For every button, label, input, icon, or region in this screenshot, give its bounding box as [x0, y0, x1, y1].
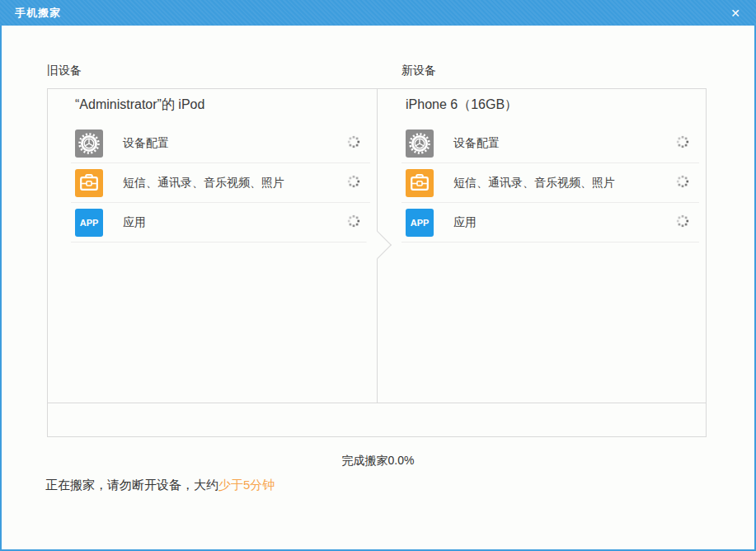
- row-label: 短信、通讯录、音乐视频、照片: [123, 176, 284, 191]
- status-prefix: 正在搬家，请勿断开设备，大约: [45, 478, 218, 492]
- briefcase-icon: [75, 169, 103, 197]
- loading-spinner-icon: [676, 135, 689, 152]
- transfer-row-apps: APP 应用: [401, 203, 699, 243]
- close-icon[interactable]: ✕: [725, 0, 746, 26]
- row-label: 短信、通讯录、音乐视频、照片: [453, 176, 615, 191]
- transfer-row-apps: APP 应用: [71, 203, 370, 243]
- status-time-remaining: 少于5分钟: [218, 478, 275, 492]
- transfer-row-device-config: 设备配置: [401, 124, 699, 163]
- transfer-row-media: 短信、通讯录、音乐视频、照片: [71, 163, 370, 203]
- new-device-rows: 设备配置: [378, 124, 706, 243]
- transfer-row-device-config: 设备配置: [71, 124, 370, 163]
- row-label: 设备配置: [123, 136, 169, 151]
- app-icon: APP: [406, 209, 434, 237]
- old-device-name: “Administrator”的 iPod: [75, 97, 204, 114]
- app-icon: APP: [75, 209, 103, 237]
- bottom-strip-divider: [48, 403, 706, 403]
- loading-spinner-icon: [676, 175, 689, 191]
- loading-spinner-icon: [347, 175, 360, 191]
- row-label: 应用: [453, 215, 477, 230]
- transfer-row-media: 短信、通讯录、音乐视频、照片: [401, 163, 699, 203]
- new-device-label: 新设备: [401, 64, 436, 78]
- gear-icon: [406, 130, 434, 158]
- old-device-rows: 设备配置: [48, 124, 377, 243]
- main-content: 旧设备 新设备 “Administrator”的 iPod: [2, 26, 754, 549]
- status-text: 正在搬家，请勿断开设备，大约少于5分钟: [45, 478, 275, 493]
- titlebar[interactable]: 手机搬家 ✕: [0, 0, 756, 26]
- phone-mover-window: 手机搬家 ✕ 旧设备 新设备 “Administrator”的 iPod: [0, 0, 756, 551]
- loading-spinner-icon: [676, 214, 689, 231]
- row-label: 应用: [123, 215, 146, 230]
- old-device-panel: “Administrator”的 iPod 设备配置: [48, 89, 378, 403]
- new-device-panel: iPhone 6（16GB） 设备配置: [378, 89, 706, 403]
- gear-icon: [75, 130, 103, 158]
- progress-percent-text: 完成搬家0.0%: [2, 454, 754, 469]
- old-device-label: 旧设备: [47, 64, 82, 78]
- row-label: 设备配置: [453, 136, 500, 151]
- window-title: 手机搬家: [0, 6, 61, 21]
- loading-spinner-icon: [347, 214, 360, 231]
- new-device-name: iPhone 6（16GB）: [406, 97, 518, 114]
- loading-spinner-icon: [347, 135, 360, 152]
- transfer-box: “Administrator”的 iPod 设备配置: [47, 88, 707, 437]
- briefcase-icon: [406, 169, 434, 197]
